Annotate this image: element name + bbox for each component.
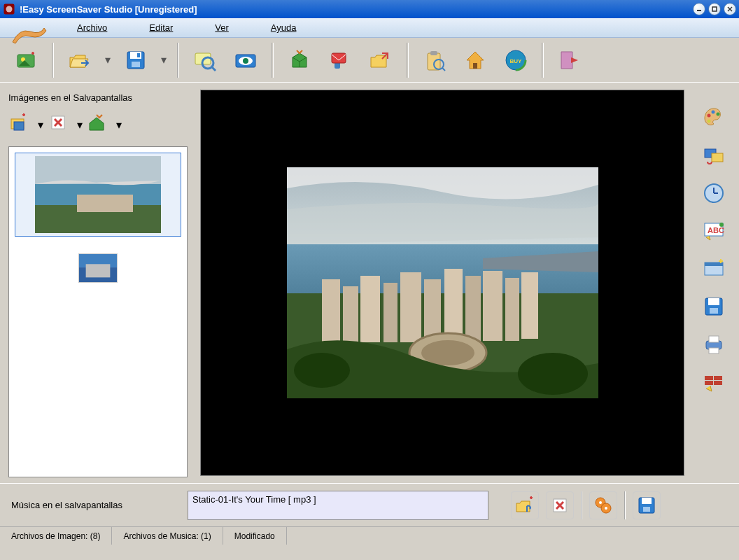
maximize-button[interactable] xyxy=(708,3,721,15)
images-toolbar: ▾ ▾ ▾ xyxy=(8,108,188,141)
music-toolbar-separator xyxy=(624,491,626,519)
thumbnail-item[interactable] xyxy=(15,153,181,237)
menu-archivo[interactable]: Archivo xyxy=(77,22,107,33)
menu-ver[interactable]: Ver xyxy=(215,22,229,33)
delete-image-dropdown[interactable]: ▾ xyxy=(77,118,83,132)
svg-rect-73 xyxy=(708,298,719,305)
svg-rect-90 xyxy=(642,498,652,504)
music-toolbar-separator xyxy=(581,491,582,519)
print-button[interactable] xyxy=(700,330,728,358)
images-panel: Imágenes en el Salvapantallas ▾ ▾ ▾ xyxy=(0,83,196,483)
delete-music-button[interactable] xyxy=(546,491,574,519)
main-area: Imágenes en el Salvapantallas ▾ ▾ ▾ xyxy=(0,83,739,483)
svg-rect-19 xyxy=(332,53,346,63)
preview-box xyxy=(200,90,684,476)
svg-point-1 xyxy=(6,6,13,13)
status-bar: Archivos de Imagen: (8) Archivos de Musi… xyxy=(0,526,739,545)
window-button[interactable] xyxy=(700,255,728,283)
clock-button[interactable] xyxy=(700,179,728,207)
save-side-button[interactable] xyxy=(700,293,728,321)
open-button[interactable] xyxy=(62,43,97,78)
status-modified: Modificado xyxy=(223,527,287,545)
svg-rect-39 xyxy=(86,264,111,277)
svg-rect-21 xyxy=(430,51,437,55)
add-music-button[interactable] xyxy=(511,491,539,519)
preview-image xyxy=(287,167,598,398)
clipboard-button[interactable] xyxy=(417,43,452,78)
menu-editar[interactable]: Editar xyxy=(149,22,173,33)
open-dropdown[interactable]: ▾ xyxy=(103,43,113,78)
svg-point-56 xyxy=(294,353,350,388)
add-image-button[interactable] xyxy=(8,112,34,137)
transition-button[interactable] xyxy=(700,141,728,169)
minimize-button[interactable] xyxy=(693,3,705,15)
svg-rect-80 xyxy=(705,381,713,385)
save-dropdown[interactable]: ▾ xyxy=(159,43,169,78)
svg-rect-78 xyxy=(705,376,713,380)
save-music-button[interactable] xyxy=(633,491,661,519)
music-track[interactable]: Static-01-It's Your Time [ mp3 ] xyxy=(192,494,484,505)
svg-rect-76 xyxy=(709,336,719,342)
import-image-button[interactable] xyxy=(87,112,112,137)
play-music-button[interactable] xyxy=(589,491,617,519)
thumbnail-image xyxy=(35,156,161,233)
palette-button[interactable] xyxy=(700,104,728,132)
svg-rect-50 xyxy=(465,276,481,342)
package-button[interactable] xyxy=(282,43,317,78)
toolbar-separator xyxy=(542,43,544,78)
app-logo xyxy=(6,21,55,49)
mail-button[interactable] xyxy=(323,43,358,78)
svg-rect-44 xyxy=(343,286,358,342)
svg-text:ABC: ABC xyxy=(708,226,724,234)
music-list[interactable]: Static-01-It's Your Time [ mp3 ] xyxy=(188,491,488,520)
toolbar-separator xyxy=(407,43,409,78)
menubar: Archivo Editar Ver Ayuda xyxy=(0,18,739,38)
svg-rect-47 xyxy=(400,272,421,342)
status-images: Archivos de Imagen: (8) xyxy=(0,527,112,545)
svg-rect-49 xyxy=(444,269,463,342)
svg-rect-43 xyxy=(322,279,340,342)
svg-rect-63 xyxy=(712,153,723,162)
svg-rect-24 xyxy=(473,63,477,69)
app-icon xyxy=(3,3,15,15)
text-button[interactable]: ABC xyxy=(700,217,728,245)
svg-point-57 xyxy=(518,353,588,395)
close-button[interactable] xyxy=(724,3,736,15)
svg-point-58 xyxy=(708,114,711,118)
exit-button[interactable] xyxy=(552,43,587,78)
svg-rect-11 xyxy=(137,53,140,57)
svg-rect-91 xyxy=(643,507,650,512)
search-button[interactable] xyxy=(188,43,223,78)
import-image-dropdown[interactable]: ▾ xyxy=(116,118,122,132)
titlebar: !Easy ScreenSaver Studio [Unregistered] xyxy=(0,0,739,18)
buy-button[interactable]: BUY xyxy=(498,43,533,78)
wall-button[interactable] xyxy=(700,368,728,396)
svg-line-14 xyxy=(212,67,216,71)
svg-rect-81 xyxy=(714,381,722,385)
svg-point-69 xyxy=(719,223,724,227)
delete-image-button[interactable] xyxy=(48,112,73,137)
svg-rect-79 xyxy=(714,376,722,380)
svg-point-17 xyxy=(243,58,248,64)
svg-point-59 xyxy=(712,111,715,114)
svg-text:BUY: BUY xyxy=(510,58,523,64)
window-title: !Easy ScreenSaver Studio [Unregistered] xyxy=(20,4,693,15)
preview-panel xyxy=(196,83,689,483)
add-image-dropdown[interactable]: ▾ xyxy=(38,118,43,132)
svg-rect-77 xyxy=(709,348,719,354)
status-music: Archivos de Musica: (1) xyxy=(112,527,223,545)
svg-rect-20 xyxy=(428,53,440,70)
preview-button[interactable] xyxy=(228,43,263,78)
svg-rect-46 xyxy=(383,283,397,342)
svg-point-55 xyxy=(421,340,474,365)
export-button[interactable] xyxy=(363,43,398,78)
svg-rect-10 xyxy=(132,62,140,67)
home-button[interactable] xyxy=(458,43,493,78)
music-toolbar xyxy=(511,491,661,519)
save-button[interactable] xyxy=(118,43,153,78)
svg-point-61 xyxy=(708,120,711,123)
svg-rect-36 xyxy=(77,195,133,212)
thumbnail-list[interactable] xyxy=(8,146,188,477)
thumbnail-item[interactable] xyxy=(76,251,120,286)
menu-ayuda[interactable]: Ayuda xyxy=(271,22,297,33)
